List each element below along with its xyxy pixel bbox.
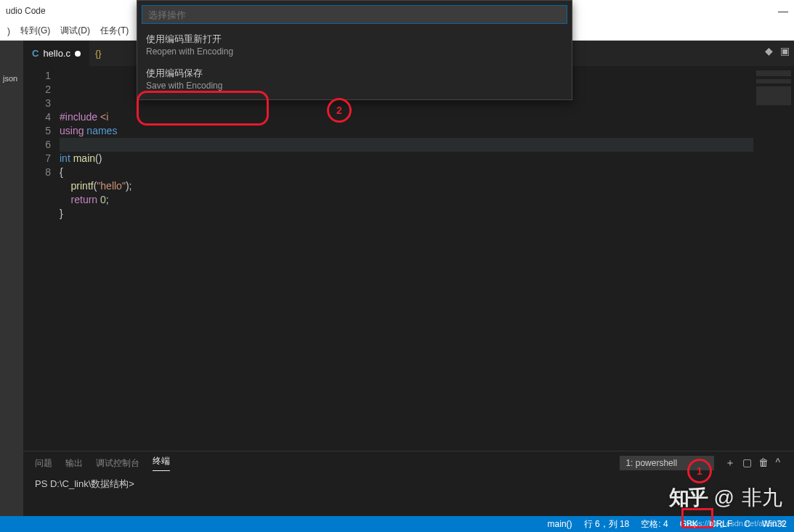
line-gutter: 12345678 (23, 66, 60, 451)
app-title: udio Code (6, 6, 46, 16)
status-lncol[interactable]: 行 6，列 18 (584, 518, 630, 531)
minimap-preview (756, 70, 791, 114)
minimize-icon[interactable]: — (778, 5, 788, 17)
tab-hello-c[interactable]: C hello.c (23, 41, 89, 66)
panel-tab-terminal[interactable]: 终端 (153, 455, 170, 471)
watermark-at: @ (714, 486, 734, 510)
status-bar: main() 行 6，列 18 空格: 4 GBK CRLF C Win32 (0, 516, 794, 532)
editor-actions: ◆ ▣ (765, 45, 790, 57)
zhihu-icon: 知乎 (669, 484, 707, 512)
explorer-sidebar: json (0, 41, 23, 516)
menu-partial[interactable]: ) (3, 25, 15, 38)
new-terminal-icon[interactable]: ＋ (723, 457, 737, 468)
tab-filename: hello.c (43, 48, 70, 59)
tab-secondary[interactable]: {} (89, 41, 108, 66)
watermark-url: https://blog.csdn.net/a15076 (685, 519, 785, 528)
menu-tasks[interactable]: 任务(T) (96, 23, 133, 38)
sidebar-item-json[interactable]: json (0, 70, 23, 87)
panel-tab-problems[interactable]: 问题 (35, 457, 52, 470)
palette-list: 使用编码重新打开 Reopen with Encoding 使用编码保存 Sav… (137, 28, 572, 99)
menu-goto[interactable]: 转到(G) (16, 23, 54, 38)
palette-item-reopen-encoding[interactable]: 使用编码重新打开 Reopen with Encoding (137, 28, 572, 62)
code-editor[interactable]: 12345678 #include <iusing namesint main(… (23, 66, 794, 451)
terminal-select[interactable]: 1: powershell (620, 456, 714, 470)
palette-item-subtitle: Save with Encoding (146, 80, 563, 92)
maximize-panel-icon[interactable]: ^ (773, 457, 782, 468)
panel-tab-debug-console[interactable]: 调试控制台 (96, 457, 139, 470)
terminal-prompt: PS D:\C_link\数据结构> (35, 478, 134, 489)
panel-tab-output[interactable]: 输出 (65, 457, 83, 470)
braces-icon: {} (95, 48, 102, 59)
panel-tabs: 问题 输出 调试控制台 终端 1: powershell ＋ ▢ 🗑 ^ (23, 451, 794, 475)
watermark-name: 非九 (742, 484, 782, 512)
editor-area: C hello.c {} ◆ ▣ 12345678 #include <iusi… (23, 41, 794, 516)
code-content[interactable]: #include <iusing namesint main(){ printf… (60, 66, 753, 451)
palette-item-save-encoding[interactable]: 使用编码保存 Save with Encoding (137, 62, 572, 97)
kill-terminal-icon[interactable]: 🗑 (756, 457, 771, 468)
minimap[interactable] (753, 66, 794, 451)
command-palette: 使用编码重新打开 Reopen with Encoding 使用编码保存 Sav… (137, 0, 572, 100)
compare-icon[interactable]: ◆ (765, 45, 773, 57)
status-main[interactable]: main() (548, 519, 572, 529)
palette-item-title: 使用编码保存 (146, 67, 563, 80)
unsaved-dot-icon (75, 51, 81, 57)
c-file-icon: C (32, 48, 39, 59)
watermark: 知乎 @ 非九 (669, 484, 782, 512)
palette-item-subtitle: Reopen with Encoding (146, 46, 563, 58)
palette-input[interactable] (142, 5, 567, 24)
palette-item-title: 使用编码重新打开 (146, 33, 563, 46)
menu-debug[interactable]: 调试(D) (56, 23, 94, 38)
status-spaces[interactable]: 空格: 4 (641, 518, 668, 531)
split-editor-icon[interactable]: ▣ (780, 45, 790, 57)
split-terminal-icon[interactable]: ▢ (740, 457, 754, 468)
